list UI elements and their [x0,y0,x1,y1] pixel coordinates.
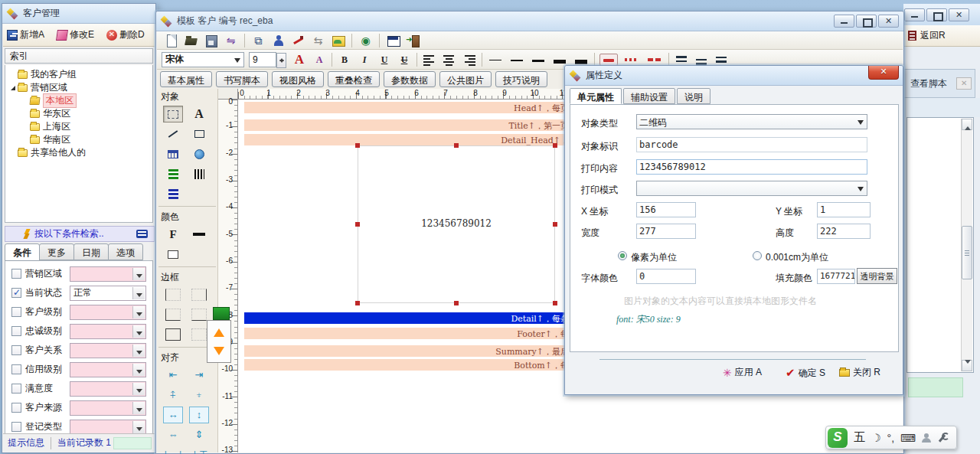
wrench-icon[interactable] [937,433,947,443]
transparent-bg-button[interactable]: 透明背景 [857,268,897,284]
band-marker[interactable] [213,307,230,320]
delete-button[interactable]: 删除D [103,27,149,43]
search-header[interactable]: 按以下条件检索.. [5,226,155,242]
tab-shared-images[interactable]: 公共图片 [439,71,492,87]
tree-item[interactable]: 华南区 [5,133,152,146]
tab-unit-props[interactable]: 单元属性 [570,88,622,104]
exit-icon[interactable] [407,34,420,47]
keyboard-icon[interactable]: ⌨ [900,432,916,444]
add-button[interactable]: 新增A [3,27,48,43]
checkbox[interactable] [11,307,21,317]
checkbox[interactable] [11,384,21,394]
script-text-area[interactable] [906,117,974,373]
strikethrough-button[interactable]: U [397,52,412,67]
unit-cm-radio[interactable] [753,251,762,260]
rect-tool-icon[interactable] [189,126,209,142]
border-right-icon[interactable] [189,286,209,303]
image-tool-icon[interactable] [189,145,209,162]
tab-date[interactable]: 日期 [74,243,109,260]
dialog-close-icon[interactable] [868,66,899,80]
language-icon[interactable]: ◉ [359,34,372,47]
ime-mode[interactable]: 五 [854,430,865,445]
ok-button[interactable]: ✔ 确定 S [786,366,825,380]
font-size-input[interactable]: 9 [249,52,276,67]
index-header[interactable]: 索引 [5,48,153,64]
width-input[interactable]: 277 [636,224,696,239]
qrcode-tool-icon[interactable] [163,165,183,182]
import-export-icon[interactable]: ⇋ [224,34,237,47]
tab-options[interactable]: 选项 [108,243,143,260]
center-horizontal-icon[interactable]: ↔ [163,407,183,423]
resize-handle[interactable] [454,143,459,148]
line-tool-icon[interactable] [163,126,183,142]
panel-close-icon[interactable] [956,77,972,90]
checkbox[interactable] [11,326,21,336]
select-tool-icon[interactable] [163,106,183,122]
object-type-select[interactable]: 二维码 [636,114,867,129]
tab-aux-settings[interactable]: 辅助设置 [623,88,675,104]
dropdown[interactable] [70,305,146,320]
maximize-icon[interactable] [926,8,947,21]
new-icon[interactable] [165,34,178,47]
tree-item[interactable]: 我的客户组 [5,68,152,81]
align-right-edges-icon[interactable]: ⇥ [189,367,209,384]
resize-handle[interactable] [355,143,360,148]
font-select[interactable]: 宋体 [162,52,244,67]
apply-button[interactable]: ✳ 应用 A [723,366,762,379]
align-right-icon[interactable] [462,54,477,66]
tree-item[interactable]: 华东区 [5,107,152,120]
dropdown[interactable] [70,420,146,435]
open-icon[interactable] [185,34,198,47]
dropdown[interactable] [70,324,146,339]
move-up-icon[interactable] [214,323,224,337]
distribute-middle-icon[interactable] [714,54,729,66]
height-input[interactable]: 222 [817,224,871,239]
align-center-icon[interactable] [442,54,457,66]
line-style-dashed-icon[interactable] [645,54,664,66]
distribute-top-icon[interactable] [674,54,689,66]
close-icon[interactable] [949,8,969,21]
tab-script[interactable]: 书写脚本 [216,71,268,87]
tab-basic-props[interactable]: 基本属性 [160,71,212,87]
same-width-icon[interactable]: ⊢⊣ [163,446,183,454]
align-top-edges-icon[interactable]: ⍏ [163,387,183,403]
punctuation-icon[interactable]: °, [887,432,895,444]
checkbox[interactable] [11,269,21,279]
y-input[interactable]: 1 [817,202,871,217]
minimize-icon[interactable] [834,15,854,28]
font-color-input[interactable]: 0 [636,269,696,284]
tab-description[interactable]: 说明 [677,88,710,104]
font-color-icon[interactable]: F [163,226,183,243]
edit-button[interactable]: 修改E [53,27,98,43]
text-tool-icon[interactable]: A [189,106,209,122]
selected-barcode-object[interactable]: 123456789012 [358,145,555,303]
align-left-icon[interactable] [422,54,437,66]
align-left-edges-icon[interactable]: ⇤ [163,367,183,384]
copy-band-icon[interactable]: ⧉ [252,34,265,47]
sogou-logo-icon[interactable] [828,428,848,448]
table-tool-icon[interactable] [163,145,183,162]
scrollbar[interactable] [961,119,972,371]
print-content-input[interactable]: 123456789012 [636,159,867,175]
space-vertical-icon[interactable]: ⇕ [189,426,209,443]
insert-object-icon[interactable] [272,34,285,47]
moon-icon[interactable]: ☽ [871,432,881,444]
preview-window-icon[interactable] [387,34,400,47]
barcode-tool-icon[interactable] [189,165,209,182]
tab-tips[interactable]: 技巧说明 [495,71,547,87]
save-icon[interactable] [204,34,217,47]
unit-pixel-radio[interactable] [618,251,627,260]
dropdown[interactable] [70,400,146,416]
resize-handle[interactable] [553,301,557,305]
picture-icon[interactable] [332,34,345,47]
border-bottom-left-icon[interactable] [163,306,183,323]
align-bottom-edges-icon[interactable]: ⍖ [189,387,209,403]
tab-more[interactable]: 更多 [39,243,74,260]
line-style-solid-icon[interactable] [599,54,618,66]
person-icon[interactable] [922,433,931,443]
tree-item[interactable]: 营销区域 [5,81,152,94]
dropdown[interactable] [70,362,146,377]
line-color-icon[interactable] [189,226,209,243]
dropdown[interactable] [70,343,146,358]
space-horizontal-icon[interactable]: ⇔ [163,426,183,443]
